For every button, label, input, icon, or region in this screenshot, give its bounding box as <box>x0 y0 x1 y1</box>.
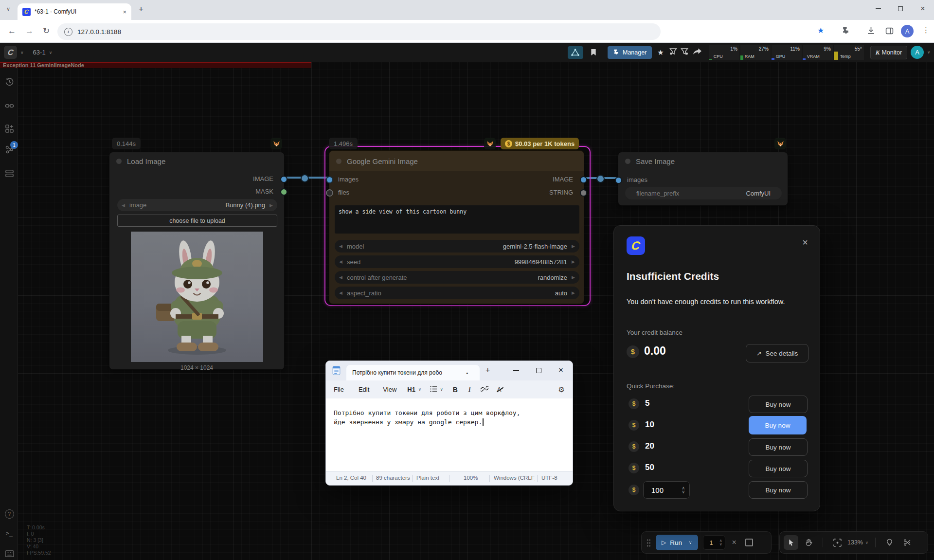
comfyui-logo[interactable]: C <box>4 46 17 59</box>
address-bar[interactable]: i 127.0.0.1:8188 <box>57 23 661 40</box>
edit-menu[interactable]: Edit <box>359 386 369 393</box>
buy-now-button-10[interactable]: Buy now <box>749 416 807 434</box>
arrow-left-icon[interactable]: ◀ <box>122 203 125 208</box>
drag-handle[interactable] <box>647 539 651 547</box>
prompt-textarea[interactable]: show a side view of this cartoon bunny <box>335 205 579 234</box>
sidebar-help-button[interactable]: ? <box>4 508 15 519</box>
choose-file-button[interactable]: choose file to upload <box>117 215 277 227</box>
sidebar-history-button[interactable] <box>4 76 15 87</box>
arrow-right-icon[interactable]: ▶ <box>572 290 575 295</box>
sidebar-workflows-button[interactable] <box>4 100 15 111</box>
fit-view-button[interactable] <box>830 535 844 550</box>
seed-widget[interactable]: ◀ seed 999846948857281 ▶ <box>335 255 579 268</box>
workflow-chevron-icon[interactable]: ∨ <box>49 50 53 55</box>
site-info-icon[interactable]: i <box>64 28 72 36</box>
buy-now-button-custom[interactable]: Buy now <box>749 481 808 499</box>
arrow-right-icon[interactable]: ▶ <box>269 203 273 208</box>
reroute-dot[interactable] <box>301 174 309 182</box>
toggle-theme-button[interactable] <box>882 535 897 550</box>
view-menu[interactable]: View <box>383 386 396 393</box>
bookmark-star-icon[interactable]: ★ <box>817 26 824 35</box>
reroute-dot[interactable] <box>596 175 605 183</box>
error-bar[interactable]: Exception 11 GeminiImageNode <box>0 62 311 68</box>
arrow-right-icon[interactable]: ▶ <box>572 275 575 280</box>
user-avatar[interactable]: A <box>911 46 924 59</box>
model-widget[interactable]: ◀ model gemini-2.5-flash-image ▶ <box>335 240 579 253</box>
heading-style-dropdown[interactable]: H1 <box>407 386 415 393</box>
arrow-right-icon[interactable]: ▶ <box>572 244 575 249</box>
output-dot-mask[interactable] <box>280 188 287 196</box>
tab-search-icon[interactable]: ∨ <box>6 6 10 12</box>
batch-count-input[interactable]: 1 ∧ ∨ <box>703 535 725 550</box>
extensions-puzzle-icon[interactable] <box>842 27 850 37</box>
node-save-image[interactable]: Save Image images filename_prefix ComfyU… <box>618 152 788 206</box>
input-dot-images[interactable] <box>326 176 333 183</box>
stepper-down-icon[interactable]: ∨ <box>682 490 685 494</box>
window-maximize-button[interactable] <box>889 0 912 18</box>
buy-now-button-20[interactable]: Buy now <box>749 438 808 456</box>
new-tab-button[interactable]: + <box>139 4 144 14</box>
buy-now-button-50[interactable]: Buy now <box>749 460 808 477</box>
cancel-run-icon[interactable]: × <box>732 538 736 547</box>
tab-close-icon[interactable]: × <box>123 8 126 16</box>
italic-button[interactable]: I <box>468 385 471 394</box>
window-minimize-button[interactable] <box>867 0 889 18</box>
workflow-name[interactable]: 63-1 <box>33 49 46 56</box>
buy-now-button-5[interactable]: Buy now <box>749 396 808 413</box>
aspect-ratio-widget[interactable]: ◀ aspect_ratio auto ▶ <box>335 287 579 299</box>
browser-profile-avatar[interactable]: A <box>901 25 914 37</box>
notepad-minimize-button[interactable] <box>513 370 519 371</box>
run-button[interactable]: ▷ Run ∨ <box>656 535 698 550</box>
graph-view-button[interactable] <box>568 46 583 59</box>
notepad-tab[interactable]: Потрібно купити токени для робо ● <box>346 365 480 380</box>
zoom-level[interactable]: 100% <box>464 475 478 481</box>
run-options-chevron-icon[interactable]: ∨ <box>689 540 692 545</box>
sidebar-queue-button[interactable]: 1 <box>4 144 15 155</box>
side-panel-icon[interactable] <box>885 27 894 37</box>
stepper-down-icon[interactable]: ∨ <box>719 542 722 546</box>
window-close-button[interactable]: × <box>912 0 934 18</box>
see-details-button[interactable]: ↗ See details <box>746 344 808 362</box>
sidebar-shortcuts-button[interactable] <box>4 548 15 559</box>
list-dropdown[interactable] <box>430 386 437 394</box>
bold-button[interactable]: B <box>453 386 458 394</box>
share-button[interactable] <box>693 48 701 57</box>
logo-chevron-icon[interactable]: ∨ <box>20 50 24 55</box>
reload-icon[interactable]: ↻ <box>43 26 50 36</box>
notepad-close-button[interactable]: × <box>558 365 563 375</box>
dialog-close-icon[interactable]: × <box>802 237 808 247</box>
node-load-image[interactable]: Load Image IMAGE MASK ◀ image Bunny (4).… <box>109 152 285 370</box>
sidebar-terminal-button[interactable]: >_ <box>4 528 15 539</box>
notepad-text-area[interactable]: Потрібно купити токени для роботи з цим … <box>326 398 573 471</box>
arrow-left-icon[interactable]: ◀ <box>339 275 342 280</box>
collapse-dot[interactable] <box>116 159 122 164</box>
manager-button[interactable]: Manager <box>608 46 652 59</box>
image-preview[interactable] <box>131 232 263 362</box>
browser-tab[interactable]: C *63-1 - ComfyUI × <box>18 3 131 20</box>
zoom-control[interactable]: 133% ∨ <box>847 539 868 546</box>
arrow-left-icon[interactable]: ◀ <box>339 259 342 264</box>
sidebar-model-library-button[interactable] <box>4 123 15 134</box>
link-button[interactable] <box>481 385 488 394</box>
notepad-maximize-button[interactable] <box>536 368 541 373</box>
arrow-left-icon[interactable]: ◀ <box>339 290 342 295</box>
input-dot-files[interactable] <box>326 189 333 197</box>
bookmark-button[interactable] <box>587 46 600 59</box>
filename-prefix-widget[interactable]: filename_prefix ComfyUI <box>625 187 782 199</box>
notepad-settings-gear-icon[interactable]: ⚙ <box>558 385 565 394</box>
pan-tool-button[interactable] <box>801 535 816 550</box>
avatar-chevron-icon[interactable]: ∨ <box>927 50 930 54</box>
file-menu[interactable]: File <box>334 386 344 393</box>
output-dot-image[interactable] <box>280 176 287 183</box>
back-icon[interactable]: ← <box>8 26 16 36</box>
notepad-new-tab-button[interactable]: + <box>485 366 490 375</box>
monitor-toggle-button[interactable]: K Monitor <box>870 46 907 59</box>
control-after-generate-widget[interactable]: ◀ control after generate randomize ▶ <box>335 271 579 284</box>
clear-formatting-button[interactable]: A <box>497 386 502 393</box>
toggle-links-button[interactable] <box>900 535 915 550</box>
image-combo-widget[interactable]: ◀ image Bunny (4).png ▶ <box>117 199 277 211</box>
star-button[interactable]: ★ <box>657 48 664 57</box>
collapse-dot[interactable] <box>336 159 341 164</box>
sidebar-node-library-button[interactable] <box>4 168 15 179</box>
notepad-titlebar[interactable]: Потрібно купити токени для робо ● + × <box>326 361 573 380</box>
